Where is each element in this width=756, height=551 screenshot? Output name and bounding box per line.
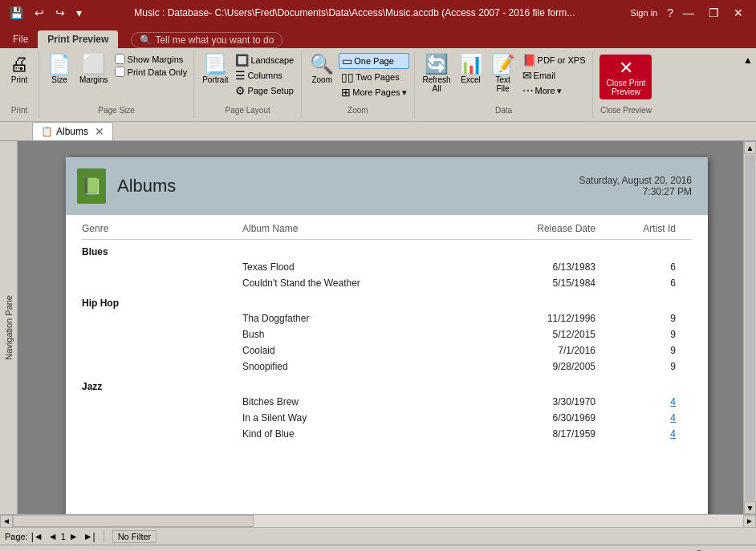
col-release-date: Release Date: [483, 223, 595, 234]
close-print-preview-button[interactable]: ✕ Close PrintPreview: [600, 55, 652, 99]
refresh-icon: 🔄: [425, 55, 449, 74]
no-filter-button[interactable]: No Filter: [112, 530, 157, 543]
ribbon-group-close-preview: ✕ Close PrintPreview Close Preview: [593, 51, 658, 118]
status-bar: Page: |◄ ◄ 1 ► ►| No Filter: [0, 527, 756, 545]
nav-first-button[interactable]: |◄: [30, 531, 45, 542]
more-pages-button[interactable]: ⊞ More Pages ▾: [339, 85, 408, 99]
preview-page: 📗 Albums Saturday, August 20, 2016 7:30:…: [66, 157, 708, 514]
scroll-thumb[interactable]: [745, 155, 755, 500]
zoom-button[interactable]: 🔍 Zoom: [307, 53, 337, 86]
horizontal-scrollbar[interactable]: ◄ ►: [0, 514, 756, 527]
scroll-right-button[interactable]: ►: [743, 515, 756, 528]
layout-view-button[interactable]: ▤: [600, 547, 615, 552]
ribbon-group-page-size: 📄 Size ⬜ Margins Show Margins Print Data…: [39, 51, 194, 118]
redo-icon[interactable]: ↪: [52, 5, 68, 21]
ribbon-group-page-layout: 📃 Portrait 🔲 Landscape ☰ Columns ⚙ Page …: [194, 51, 302, 118]
scroll-track: [254, 515, 743, 527]
refresh-button[interactable]: 🔄 RefreshAll: [420, 53, 454, 95]
margins-icon: ⬜: [82, 55, 106, 74]
scroll-left-button[interactable]: ◄: [0, 515, 13, 528]
portrait-button[interactable]: 📃 Portrait: [199, 53, 231, 86]
undo-icon[interactable]: ↩: [31, 5, 47, 21]
table-row: Bush 5/12/2015 9: [82, 326, 692, 342]
doc-tab-albums[interactable]: 📋 Albums ✕: [32, 122, 113, 140]
minimize-button[interactable]: —: [677, 5, 701, 21]
save-icon[interactable]: 💾: [6, 5, 26, 21]
tab-print-preview[interactable]: Print Preview: [38, 30, 118, 48]
col-artist-id: Artist Id: [595, 223, 676, 234]
print-button[interactable]: 🖨 Print: [5, 53, 34, 86]
size-button[interactable]: 📄 Size: [44, 53, 75, 86]
doc-tab-bar: 📋 Albums ✕: [0, 122, 756, 141]
report-table: Genre Album Name Release Date Artist Id …: [66, 218, 708, 442]
col-genre: Genre: [82, 223, 242, 234]
print-preview-content: 📗 Albums Saturday, August 20, 2016 7:30:…: [18, 141, 756, 514]
text-file-button[interactable]: 📝 TextFile: [488, 53, 518, 95]
columns-button[interactable]: ☰ Columns: [233, 68, 296, 83]
one-page-button[interactable]: ▭ One Page: [339, 53, 408, 69]
page-setup-button[interactable]: ⚙ Page Setup: [233, 83, 296, 98]
page-navigation: Page: |◄ ◄ 1 ► ►|: [5, 531, 104, 542]
col-album-name: Album Name: [242, 223, 483, 234]
search-icon: 🔍: [140, 34, 152, 46]
report-view-button[interactable]: ▦: [618, 547, 633, 552]
ribbon-group-zoom: 🔍 Zoom ▭ One Page ▯▯ Two Pages ⊞ More Pa…: [302, 51, 414, 118]
tab-file[interactable]: File: [3, 30, 38, 48]
zoom-out-button[interactable]: −: [636, 547, 648, 552]
close-preview-icon: ✕: [619, 58, 633, 79]
help-icon[interactable]: ?: [664, 5, 677, 21]
report-date: Saturday, August 20, 2016 7:30:27 PM: [579, 175, 692, 197]
normal-view-button[interactable]: ⊞: [582, 547, 596, 552]
maximize-button[interactable]: ❐: [702, 5, 726, 21]
group-blues: Blues: [82, 240, 692, 259]
doc-tab-close-button[interactable]: ✕: [95, 125, 104, 138]
table-row: In a Silent Way 6/30/1969 4: [82, 410, 692, 426]
window-controls: — ❐ ✕: [677, 5, 750, 21]
nav-last-button[interactable]: ►|: [82, 531, 97, 542]
page-setup-icon: ⚙: [235, 84, 246, 97]
group-jazz: Jazz: [82, 375, 692, 394]
bottom-bar: Ready ⊞ ▤ ▦ − + 100%: [0, 545, 756, 551]
more-pages-icon: ⊞: [341, 86, 351, 99]
more-pages-dropdown-icon: ▾: [402, 87, 407, 98]
collapse-ribbon-button[interactable]: ▲: [740, 51, 756, 69]
table-row: Texas Flood 6/13/1983 6: [82, 259, 692, 275]
window-title: Music : Database- C:\Users\Fred\Document…: [85, 7, 624, 18]
scroll-up-button[interactable]: ▲: [744, 141, 756, 154]
column-headers: Genre Album Name Release Date Artist Id: [82, 218, 692, 240]
customize-icon[interactable]: ▾: [73, 5, 85, 21]
margins-button[interactable]: ⬜ Margins: [76, 53, 112, 86]
nav-prev-button[interactable]: ◄: [47, 531, 59, 542]
one-page-icon: ▭: [342, 55, 352, 67]
report-header: 📗 Albums Saturday, August 20, 2016 7:30:…: [66, 157, 708, 215]
table-row: Kind of Blue 8/17/1959 4: [82, 426, 692, 442]
two-pages-button[interactable]: ▯▯ Two Pages: [339, 70, 408, 84]
print-icon: 🖨: [10, 55, 29, 74]
excel-button[interactable]: 📊 Excel: [456, 53, 486, 86]
table-row: Snoopified 9/28/2005 9: [82, 359, 692, 375]
print-data-only-checkbox[interactable]: Print Data Only: [113, 66, 189, 78]
more-dropdown-icon: ▾: [557, 86, 562, 96]
title-bar: 💾 ↩ ↪ ▾ Music : Database- C:\Users\Fred\…: [0, 0, 756, 26]
nav-next-button[interactable]: ►: [67, 531, 80, 542]
sign-in-button[interactable]: Sign in: [624, 6, 665, 19]
zoom-icon: 🔍: [310, 55, 334, 74]
scroll-track-left: [13, 515, 254, 527]
email-button[interactable]: ✉ Email: [520, 68, 588, 83]
navigation-pane[interactable]: Navigation Pane: [0, 141, 18, 514]
scroll-down-button[interactable]: ▼: [744, 501, 756, 514]
email-icon: ✉: [522, 69, 532, 82]
pdf-xps-button[interactable]: 📕 PDF or XPS: [520, 53, 588, 67]
more-data-icon: ⋯: [522, 84, 534, 97]
excel-icon: 📊: [459, 55, 483, 74]
table-row: Bitches Brew 3/30/1970 4: [82, 394, 692, 410]
zoom-in-button[interactable]: +: [716, 547, 727, 552]
more-data-button[interactable]: ⋯ More ▾: [520, 83, 588, 98]
table-row: Coolaid 7/1/2016 9: [82, 342, 692, 359]
close-button[interactable]: ✕: [727, 5, 750, 21]
show-margins-checkbox[interactable]: Show Margins: [113, 53, 189, 65]
size-icon: 📄: [47, 55, 71, 74]
vertical-scrollbar[interactable]: ▲ ▼: [743, 141, 756, 514]
landscape-button[interactable]: 🔲 Landscape: [233, 53, 296, 67]
tell-me-input[interactable]: 🔍 Tell me what you want to do: [131, 32, 282, 48]
